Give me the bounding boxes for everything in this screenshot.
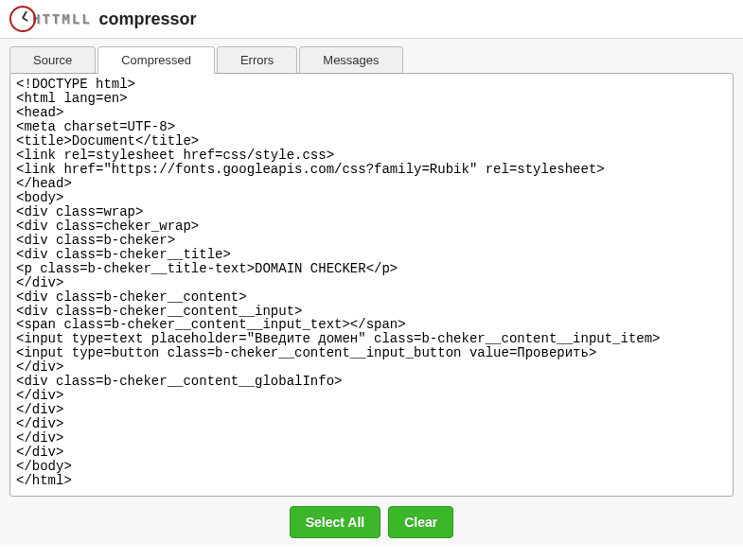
action-buttons: Select All Clear [9, 506, 734, 538]
select-all-button[interactable]: Select All [290, 506, 381, 538]
tab-bar: Source Compressed Errors Messages [9, 46, 734, 74]
clear-button[interactable]: Clear [388, 506, 453, 538]
code-output[interactable]: <!DOCTYPE html> <html lang=en> <head> <m… [9, 73, 734, 497]
tab-source[interactable]: Source [9, 46, 96, 74]
tab-messages[interactable]: Messages [299, 46, 402, 74]
tab-compressed[interactable]: Compressed [97, 46, 215, 74]
logo-compressor-text: compressor [99, 9, 197, 29]
logo: HTTMLL compressor [9, 6, 734, 32]
app-header: HTTMLL compressor [0, 0, 743, 39]
tab-errors[interactable]: Errors [217, 46, 297, 74]
clock-icon [9, 6, 36, 32]
logo-html-text: HTTMLL [32, 11, 92, 26]
content-area: Source Compressed Errors Messages <!DOCT… [0, 39, 743, 546]
